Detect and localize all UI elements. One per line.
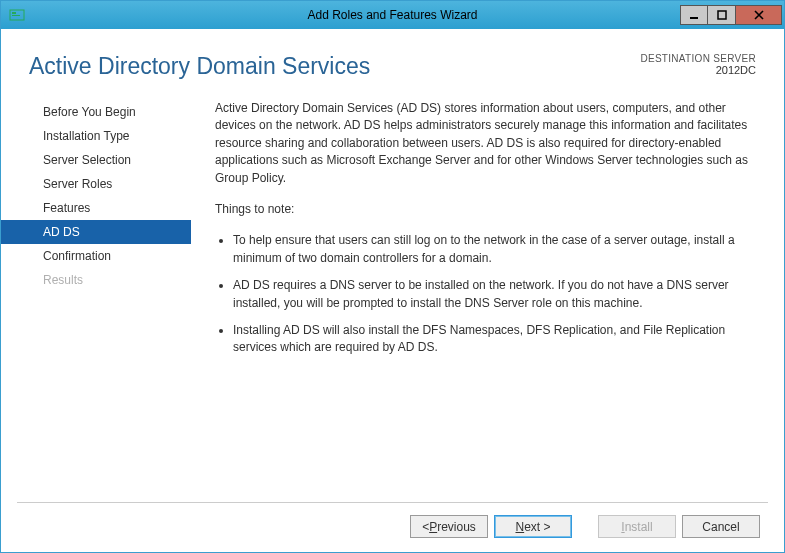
- destination-server: DESTINATION SERVER 2012DC: [640, 53, 756, 76]
- sidebar-item-ad-ds[interactable]: AD DS: [1, 220, 191, 244]
- svg-rect-3: [690, 17, 698, 19]
- body: Before You Begin Installation Type Serve…: [1, 90, 784, 502]
- close-button[interactable]: [736, 5, 782, 25]
- note-item: To help ensure that users can still log …: [233, 232, 756, 267]
- sidebar-item-before-you-begin[interactable]: Before You Begin: [1, 100, 191, 124]
- destination-value: 2012DC: [640, 64, 756, 76]
- note-list: To help ensure that users can still log …: [215, 232, 756, 356]
- window-title: Add Roles and Features Wizard: [1, 8, 784, 22]
- note-item: AD DS requires a DNS server to be instal…: [233, 277, 756, 312]
- header: Active Directory Domain Services DESTINA…: [1, 29, 784, 90]
- window-controls: [680, 5, 782, 25]
- cancel-button[interactable]: Cancel: [682, 515, 760, 538]
- sidebar-item-confirmation[interactable]: Confirmation: [1, 244, 191, 268]
- page-title: Active Directory Domain Services: [29, 53, 370, 80]
- next-button[interactable]: Next >: [494, 515, 572, 538]
- wizard-window: Add Roles and Features Wizard Active Dir…: [0, 0, 785, 553]
- install-button: Install: [598, 515, 676, 538]
- svg-rect-1: [12, 12, 16, 14]
- titlebar[interactable]: Add Roles and Features Wizard: [1, 1, 784, 29]
- destination-label: DESTINATION SERVER: [640, 53, 756, 64]
- footer: < Previous Next > Install Cancel: [17, 502, 768, 552]
- minimize-button[interactable]: [680, 5, 708, 25]
- content: Active Directory Domain Services (AD DS)…: [191, 90, 756, 502]
- sidebar-item-server-selection[interactable]: Server Selection: [1, 148, 191, 172]
- svg-rect-2: [12, 15, 20, 16]
- sidebar: Before You Begin Installation Type Serve…: [1, 90, 191, 502]
- sidebar-item-server-roles[interactable]: Server Roles: [1, 172, 191, 196]
- intro-text: Active Directory Domain Services (AD DS)…: [215, 100, 756, 187]
- note-item: Installing AD DS will also install the D…: [233, 322, 756, 357]
- previous-button[interactable]: < Previous: [410, 515, 488, 538]
- sidebar-item-installation-type[interactable]: Installation Type: [1, 124, 191, 148]
- maximize-button[interactable]: [708, 5, 736, 25]
- app-icon: [9, 7, 25, 23]
- note-heading: Things to note:: [215, 201, 756, 218]
- svg-rect-4: [718, 11, 726, 19]
- sidebar-item-features[interactable]: Features: [1, 196, 191, 220]
- sidebar-item-results: Results: [1, 268, 191, 292]
